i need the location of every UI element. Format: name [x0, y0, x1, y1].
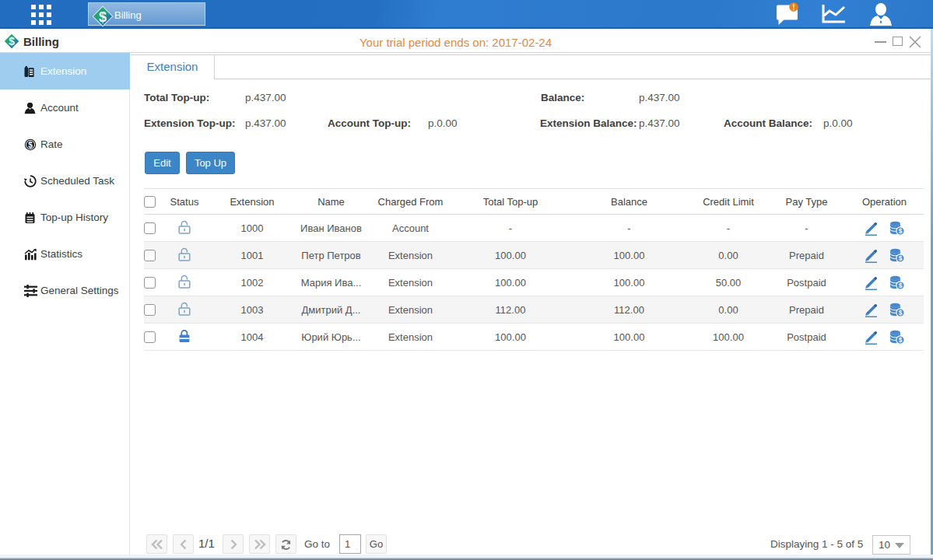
svg-text:$: $ [898, 227, 902, 235]
svg-text:$: $ [99, 9, 107, 25]
svg-text:$: $ [898, 254, 902, 262]
svg-text:$: $ [28, 140, 33, 149]
svg-text:$: $ [898, 336, 902, 344]
svg-text:$: $ [898, 282, 902, 289]
svg-text:!: ! [792, 3, 794, 12]
svg-text:$: $ [898, 309, 902, 317]
